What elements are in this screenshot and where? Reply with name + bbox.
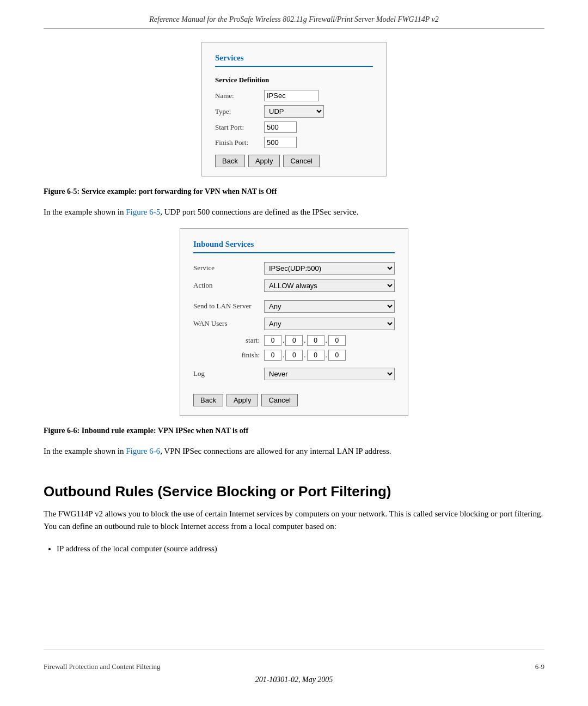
finish-ip-3[interactable] <box>328 350 346 361</box>
finish-ip-1[interactable] <box>285 350 303 361</box>
inbound-finish-ip-row: finish: . . . <box>193 350 395 361</box>
start-ip-2[interactable] <box>307 335 324 346</box>
services-apply-button[interactable]: Apply <box>248 155 280 167</box>
inbound-button-row: Back Apply Cancel <box>193 394 395 406</box>
figure5-link[interactable]: Figure 6-5 <box>126 208 160 216</box>
services-button-row: Back Apply Cancel <box>215 155 373 167</box>
start-ip-0[interactable] <box>264 335 281 346</box>
services-cancel-button[interactable]: Cancel <box>283 155 319 167</box>
inbound-log-row: Log Never <box>193 368 395 380</box>
type-label: Type: <box>215 107 264 116</box>
start-ip-1[interactable] <box>285 335 303 346</box>
section-heading: Outbound Rules (Service Blocking or Port… <box>44 483 544 500</box>
inbound-send-select[interactable]: Any <box>264 300 395 313</box>
footer-right: 6-9 <box>535 662 544 671</box>
inbound-back-button[interactable]: Back <box>193 394 223 406</box>
inbound-start-ip-row: start: . . . <box>193 335 395 346</box>
name-row: Name: <box>215 90 373 101</box>
figure6-link[interactable]: Figure 6-6 <box>126 447 160 455</box>
inbound-action-row: Action ALLOW always <box>193 279 395 292</box>
start-ip-3[interactable] <box>328 335 346 346</box>
body-text-1: In the example shown in Figure 6-5, UDP … <box>44 206 544 218</box>
body-text-2: In the example shown in Figure 6-6, VPN … <box>44 445 544 458</box>
finish-port-input[interactable] <box>264 137 297 148</box>
bullet-item-1: IP address of the local computer (source… <box>57 542 544 555</box>
inbound-start-label: start: <box>193 336 264 345</box>
bullet-list: IP address of the local computer (source… <box>57 542 544 557</box>
inbound-apply-button[interactable]: Apply <box>226 394 259 406</box>
finish-port-label: Finish Port: <box>215 138 264 147</box>
inbound-send-label: Send to LAN Server <box>193 302 264 311</box>
figure5-caption-text: Figure 6-5: Service example: port forwar… <box>44 187 277 196</box>
page-container: Reference Manual for the ProSafe Wireles… <box>0 0 588 706</box>
inbound-service-label: Service <box>193 264 264 272</box>
name-label: Name: <box>215 92 264 100</box>
figure6-caption: Figure 6-6: Inbound rule example: VPN IP… <box>44 427 544 435</box>
services-title: Services <box>215 53 373 67</box>
page-header: Reference Manual for the ProSafe Wireles… <box>44 15 544 29</box>
footer-center: 201-10301-02, May 2005 <box>44 675 544 684</box>
inbound-service-row: Service IPSec(UDP:500) <box>193 262 395 275</box>
inbound-services-figure-box: Inbound Services Service IPSec(UDP:500) … <box>180 228 408 416</box>
inbound-action-select[interactable]: ALLOW always <box>264 279 395 292</box>
inbound-services-title: Inbound Services <box>193 240 395 253</box>
inbound-log-select[interactable]: Never <box>264 368 395 380</box>
header-text: Reference Manual for the ProSafe Wireles… <box>149 15 438 23</box>
inbound-start-ip-fields: . . . <box>264 335 346 346</box>
figure6-caption-text: Figure 6-6: Inbound rule example: VPN IP… <box>44 427 248 435</box>
service-definition-label: Service Definition <box>215 76 373 84</box>
footer-left: Firewall Protection and Content Filterin… <box>44 662 160 671</box>
inbound-service-select[interactable]: IPSec(UDP:500) <box>264 262 395 275</box>
inbound-finish-ip-fields: . . . <box>264 350 346 361</box>
finish-ip-0[interactable] <box>264 350 281 361</box>
inbound-send-row: Send to LAN Server Any <box>193 300 395 313</box>
inbound-cancel-button[interactable]: Cancel <box>261 394 297 406</box>
start-port-label: Start Port: <box>215 123 264 132</box>
start-port-row: Start Port: <box>215 121 373 133</box>
name-input[interactable] <box>264 90 318 101</box>
inbound-log-label: Log <box>193 369 264 378</box>
inbound-finish-label: finish: <box>193 351 264 360</box>
inbound-wan-row: WAN Users Any <box>193 318 395 330</box>
services-back-button[interactable]: Back <box>215 155 245 167</box>
figure5-caption: Figure 6-5: Service example: port forwar… <box>44 187 544 196</box>
type-row: Type: UDP TCP <box>215 105 373 118</box>
page-footer: Firewall Protection and Content Filterin… <box>44 649 544 671</box>
inbound-wan-select[interactable]: Any <box>264 318 395 330</box>
section-body-text: The FWG114P v2 allows you to block the u… <box>44 508 544 532</box>
inbound-action-label: Action <box>193 281 264 290</box>
finish-port-row: Finish Port: <box>215 137 373 148</box>
inbound-wan-label: WAN Users <box>193 319 264 328</box>
type-select[interactable]: UDP TCP <box>264 105 324 118</box>
start-port-input[interactable] <box>264 121 297 133</box>
finish-ip-2[interactable] <box>307 350 324 361</box>
services-figure-box: Services Service Definition Name: Type: … <box>201 42 387 176</box>
